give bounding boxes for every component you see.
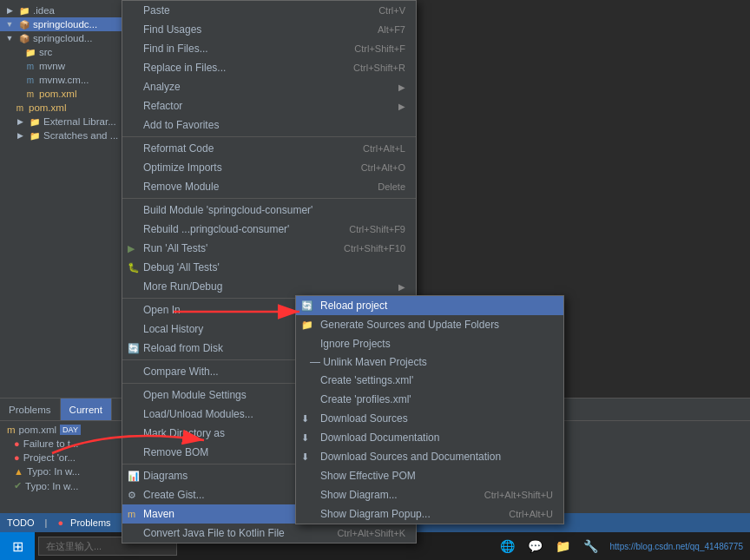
problem-text: Typo: In w...: [27, 466, 80, 477]
reload-icon: 🔄: [301, 300, 313, 312]
tools-icon[interactable]: 🔧: [579, 534, 603, 558]
tab-current[interactable]: Current: [61, 399, 112, 420]
tree-item-springcloud-root[interactable]: ▼ 📦 springcloud...: [0, 31, 128, 45]
tree-label: springcloud...: [33, 33, 92, 43]
submenu-item-download-docs[interactable]: ⬇ Download Documentation: [296, 428, 563, 447]
submenu-item-generate-sources[interactable]: 📁 Generate Sources and Update Folders: [296, 315, 563, 334]
menu-item-remove-module[interactable]: Remove Module Delete: [122, 177, 416, 196]
submenu-item-show-diagrams[interactable]: Show Diagram... Ctrl+Alt+Shift+U: [296, 485, 563, 504]
menu-item-debug-tests[interactable]: 🐛 Debug 'All Tests': [122, 258, 416, 277]
file-icon: m: [24, 74, 36, 86]
generate-icon: 📁: [301, 320, 313, 331]
submenu-item-ignore-projects[interactable]: Ignore Projects: [296, 334, 563, 353]
submenu-arrow: ▶: [398, 282, 405, 292]
menu-separator-2: [122, 198, 416, 199]
menu-item-optimize-imports[interactable]: Optimize Imports Ctrl+Alt+O: [122, 158, 416, 177]
module-icon: 📦: [18, 18, 30, 30]
expand-icon: ▼: [3, 18, 16, 30]
problem-text: Failure to t...: [23, 438, 79, 449]
message-icon[interactable]: 💬: [523, 534, 548, 558]
tab-problems[interactable]: Problems: [0, 399, 61, 420]
tree-label: .idea: [33, 5, 55, 16]
tree-label: Scratches and ...: [43, 130, 118, 141]
tree-label: mvnw: [39, 61, 65, 71]
menu-item-find-in-files[interactable]: Find in Files... Ctrl+Shift+F: [122, 39, 416, 58]
problems-label: Problems: [9, 405, 51, 415]
tree-label: pom.xml: [39, 89, 76, 99]
tree-item-mvnw-cmd[interactable]: m mvnw.cm...: [0, 73, 128, 87]
menu-item-refactor[interactable]: Refactor ▶: [122, 96, 416, 115]
tree-item-scratches[interactable]: ▶ 📁 Scratches and ...: [0, 128, 128, 142]
menu-item-convert-java[interactable]: Convert Java File to Kotlin File Ctrl+Al…: [122, 524, 416, 543]
submenu-arrow: ▶: [398, 82, 405, 92]
tree-label: pom.xml: [29, 102, 66, 113]
menu-item-replace-in-files[interactable]: Replace in Files... Ctrl+Shift+R: [122, 58, 416, 77]
menu-item-analyze[interactable]: Analyze ▶: [122, 77, 416, 96]
submenu-arrow: ▶: [398, 102, 405, 111]
menu-item-paste[interactable]: Paste Ctrl+V: [122, 1, 416, 20]
xml-icon: m: [14, 102, 26, 114]
error-icon: ●: [14, 452, 20, 463]
submenu-item-reload-project[interactable]: 🔄 Reload project: [296, 296, 563, 315]
tree-label: External Librar...: [43, 116, 116, 127]
submenu-item-show-effective-pom[interactable]: Show Effective POM: [296, 466, 563, 485]
collapse-icon: ▶: [3, 4, 16, 16]
tree-item-springcloud-consumer[interactable]: ▼ 📦 springcloudc...: [0, 17, 128, 31]
tree-item-idea[interactable]: ▶ 📁 .idea: [0, 3, 128, 17]
tree-item-pom-inner[interactable]: m pom.xml: [0, 87, 128, 101]
problems-count: Problems: [70, 517, 110, 528]
menu-item-reformat[interactable]: Reformat Code Ctrl+Alt+L: [122, 139, 416, 158]
folder-taskbar-icon[interactable]: 📁: [551, 534, 576, 558]
menu-item-find-usages[interactable]: Find Usages Alt+F7: [122, 20, 416, 39]
taskbar-icons: 🌐 💬 📁 🔧 https://blog.csdn.net/qq_4148677…: [496, 534, 743, 558]
file-icon: m: [24, 60, 36, 72]
download-icon: ⬇: [301, 413, 309, 425]
start-button[interactable]: ⊞: [0, 532, 35, 560]
tree-item-src[interactable]: 📁 src: [0, 45, 128, 59]
reload-icon: 🔄: [128, 343, 140, 354]
menu-item-more-run[interactable]: More Run/Debug ▶: [122, 277, 416, 296]
folder-icon: 📁: [18, 4, 30, 16]
folder-icon: 📁: [29, 129, 41, 142]
ok-icon: ✔: [14, 480, 22, 491]
expand-icon: ▶: [14, 129, 26, 142]
menu-item-rebuild[interactable]: Rebuild ...pringcloud-consumer' Ctrl+Shi…: [122, 220, 416, 239]
file-badge: DAY: [60, 425, 81, 435]
error-icon: ●: [14, 438, 20, 449]
menu-item-build-module[interactable]: Build Module 'springcloud-consumer': [122, 201, 416, 220]
current-label: Current: [69, 405, 102, 415]
menu-item-run-tests[interactable]: ▶ Run 'All Tests' Ctrl+Shift+F10: [122, 239, 416, 258]
tree-item-external-libs[interactable]: ▶ 📁 External Librar...: [0, 115, 128, 128]
debug-icon: 🐛: [128, 262, 140, 273]
submenu-item-download-sources[interactable]: ⬇ Download Sources: [296, 409, 563, 428]
xml-file-icon: m: [7, 425, 16, 435]
maven-submenu: 🔄 Reload project 📁 Generate Sources and …: [295, 295, 564, 524]
watermark-text: https://blog.csdn.net/qq_41486775: [610, 542, 743, 551]
tree-label: mvnw.cm...: [39, 75, 89, 85]
folder-icon: 📁: [24, 46, 36, 58]
folder-icon: 📁: [29, 115, 41, 128]
run-icon: ▶: [128, 243, 135, 254]
tree-label: src: [39, 47, 52, 57]
download-all-icon: ⬇: [301, 451, 309, 463]
warning-icon: ▲: [14, 466, 23, 477]
menu-separator-1: [122, 136, 416, 137]
expand-icon: ▶: [14, 115, 26, 128]
submenu-item-create-profiles[interactable]: Create 'profiles.xml': [296, 390, 563, 409]
submenu-item-create-settings[interactable]: Create 'settings.xml': [296, 371, 563, 390]
tree-label: springcloudc...: [33, 19, 97, 30]
submenu-item-show-diagram-popup[interactable]: Show Diagram Popup... Ctrl+Alt+U: [296, 504, 563, 524]
diagrams-icon: 📊: [128, 471, 140, 482]
submenu-item-download-sources-docs[interactable]: ⬇ Download Sources and Documentation: [296, 447, 563, 466]
network-icon[interactable]: 🌐: [496, 534, 520, 558]
problems-status-icon: ●: [57, 517, 63, 528]
divider: |: [45, 517, 48, 528]
tree-item-pom-outer[interactable]: m pom.xml: [0, 101, 128, 115]
menu-item-add-to-favorites[interactable]: Add to Favorites: [122, 115, 416, 135]
todo-label: TODO: [7, 517, 35, 528]
xml-icon: m: [24, 88, 36, 100]
maven-icon: m: [128, 509, 135, 519]
expand-icon: ▼: [3, 32, 16, 44]
github-icon: ⚙: [128, 490, 136, 501]
tree-item-mvnw[interactable]: m mvnw: [0, 59, 128, 73]
